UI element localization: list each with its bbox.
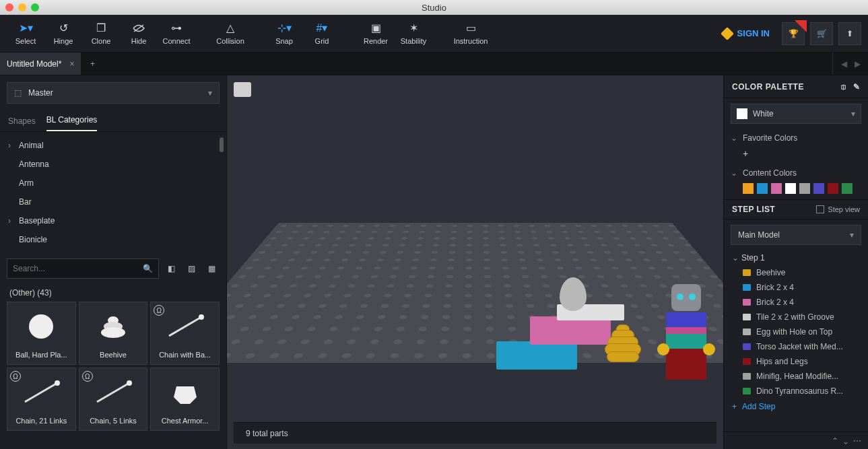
current-color-swatch: [737, 108, 747, 119]
part-color-icon: [743, 358, 751, 365]
nav-next-button[interactable]: ▶: [850, 59, 864, 69]
zoom-window-button[interactable]: [31, 3, 39, 11]
add-step-button[interactable]: +Add Step: [727, 399, 865, 415]
hinge-tool[interactable]: ↺Hinge: [44, 15, 82, 52]
close-window-button[interactable]: [5, 3, 13, 11]
category-item[interactable]: Bar: [0, 193, 226, 211]
snap-tool[interactable]: ⊹▾Snap: [265, 15, 303, 52]
part-cell[interactable]: Ball, Hard Pla...: [7, 302, 76, 365]
viewport-camera-button[interactable]: [234, 82, 251, 97]
sign-in-button[interactable]: SIGN IN: [716, 28, 776, 38]
category-item[interactable]: Antenna: [0, 155, 226, 174]
color-swatch[interactable]: [799, 183, 810, 194]
trophy-button[interactable]: 🏆: [782, 22, 805, 45]
step-part-label: Hips and Legs: [756, 357, 808, 366]
cart-button[interactable]: 🛒: [810, 22, 833, 45]
part-cell[interactable]: ΩChain, 5 Links: [79, 368, 148, 431]
step-model-dropdown[interactable]: Main Model▾: [731, 225, 861, 245]
collision-tool[interactable]: △Collision: [211, 15, 249, 52]
document-tab[interactable]: Untitled Model*×: [0, 53, 81, 75]
plus-icon: +: [743, 148, 748, 159]
beta-ribbon-icon: [795, 20, 807, 32]
color-swatch[interactable]: [771, 183, 782, 194]
chevron-right-icon: ›: [8, 141, 15, 150]
step-part-row[interactable]: Brick 2 x 4: [727, 280, 865, 295]
view-mode-solid-button[interactable]: ◧: [163, 261, 179, 277]
color-swatch[interactable]: [743, 183, 754, 194]
connect-tool[interactable]: ⊶Connect: [158, 15, 195, 52]
part-color-icon: [743, 373, 751, 380]
part-cell[interactable]: ΩChain with Ba...: [150, 302, 220, 365]
part-cell[interactable]: Beehive: [79, 302, 148, 365]
new-tab-button[interactable]: +: [81, 53, 104, 75]
minimize-window-button[interactable]: [18, 3, 26, 11]
part-color-icon: [743, 299, 751, 306]
category-item[interactable]: ›Baseplate: [0, 211, 226, 230]
close-tab-icon[interactable]: ×: [69, 59, 74, 69]
current-color-dropdown[interactable]: White ▾: [731, 104, 861, 124]
category-item[interactable]: Arm: [0, 174, 226, 193]
color-swatch[interactable]: [828, 183, 838, 194]
step-part-row[interactable]: Minifig, Head Modifie...: [727, 369, 865, 384]
search-field[interactable]: [13, 264, 143, 273]
color-swatch[interactable]: [785, 183, 796, 194]
tab-shapes[interactable]: Shapes: [8, 116, 36, 131]
category-item[interactable]: Bionicle: [0, 230, 226, 249]
hide-tool[interactable]: Hide: [120, 15, 158, 52]
scrollbar-thumb[interactable]: [220, 137, 224, 152]
content-colors-section[interactable]: ⌄Content Colors: [724, 164, 868, 182]
scene-baseplate: [227, 223, 723, 363]
part-grid: Ball, Hard Pla...BeehiveΩChain with Ba..…: [0, 302, 226, 431]
parts-group-header: (Other) (43): [0, 284, 226, 302]
upload-button[interactable]: ⬆: [838, 22, 861, 45]
clone-tool[interactable]: ❐Clone: [82, 15, 120, 52]
step-part-row[interactable]: Torso Jacket with Med...: [727, 339, 865, 354]
viewport-3d[interactable]: [227, 75, 723, 422]
part-label: Chain, 21 Links: [7, 417, 75, 430]
part-thumbnail: [151, 368, 219, 417]
step-part-row[interactable]: Hips and Legs: [727, 354, 865, 369]
grid-tool[interactable]: #▾Grid: [303, 15, 341, 52]
collapse-icon[interactable]: ⌃: [832, 436, 838, 446]
part-label: Chest Armor...: [151, 417, 219, 430]
add-favorite-color-button[interactable]: +: [724, 147, 868, 164]
step-row[interactable]: ⌄Step 1: [727, 250, 865, 265]
signin-cube-icon: [721, 27, 734, 40]
right-panel: COLOR PALETTE ⎅✎ White ▾ ⌄Favorite Color…: [723, 75, 868, 449]
viewport-statusbar: 9 total parts: [234, 422, 716, 444]
more-icon[interactable]: ⋯: [853, 436, 861, 446]
part-search-input[interactable]: 🔍: [7, 258, 159, 279]
upload-icon: ⬆: [846, 29, 853, 38]
step-view-toggle[interactable]: Step view: [816, 205, 860, 213]
color-swatch[interactable]: [842, 183, 853, 194]
collapse-icon[interactable]: ⌃: [842, 436, 849, 446]
tab-bl-categories[interactable]: BL Categories: [46, 115, 98, 131]
instruction-tool[interactable]: ▭Instruction: [448, 15, 493, 52]
category-item[interactable]: ›Animal: [0, 136, 226, 155]
step-part-row[interactable]: Brick 2 x 4: [727, 295, 865, 310]
part-cell[interactable]: Chest Armor...: [150, 368, 220, 431]
favorite-colors-section[interactable]: ⌄Favorite Colors: [724, 129, 868, 147]
palette-filter-icon[interactable]: ⎅: [841, 82, 846, 92]
book-icon: ▭: [466, 22, 476, 34]
model-select-dropdown[interactable]: ⬚ Master ▾: [7, 82, 220, 104]
nav-prev-button[interactable]: ◀: [837, 59, 850, 69]
color-swatch[interactable]: [813, 183, 824, 194]
stability-tool[interactable]: ✶Stability: [395, 15, 432, 52]
step-part-row[interactable]: Dino Tyrannosaurus R...: [727, 384, 865, 399]
part-color-icon: [743, 343, 751, 350]
cursor-icon: ➤▾: [19, 22, 33, 34]
view-mode-grid-button[interactable]: ▦: [203, 261, 220, 277]
eyedropper-icon[interactable]: ✎: [853, 82, 861, 92]
chevron-down-icon: ⌄: [731, 168, 737, 178]
render-tool[interactable]: ▣Render: [357, 15, 395, 52]
color-swatch[interactable]: [757, 183, 768, 194]
step-part-row[interactable]: Tile 2 x 2 with Groove: [727, 310, 865, 324]
step-part-label: Torso Jacket with Med...: [756, 342, 843, 351]
part-cell[interactable]: ΩChain, 21 Links: [7, 368, 76, 431]
step-part-row[interactable]: Egg with Hole on Top: [727, 324, 865, 339]
step-part-row[interactable]: Beehive: [727, 265, 865, 280]
select-tool[interactable]: ➤▾Select: [7, 15, 44, 52]
part-label: Ball, Hard Pla...: [7, 351, 75, 364]
view-mode-hatch-button[interactable]: ▨: [183, 261, 199, 277]
